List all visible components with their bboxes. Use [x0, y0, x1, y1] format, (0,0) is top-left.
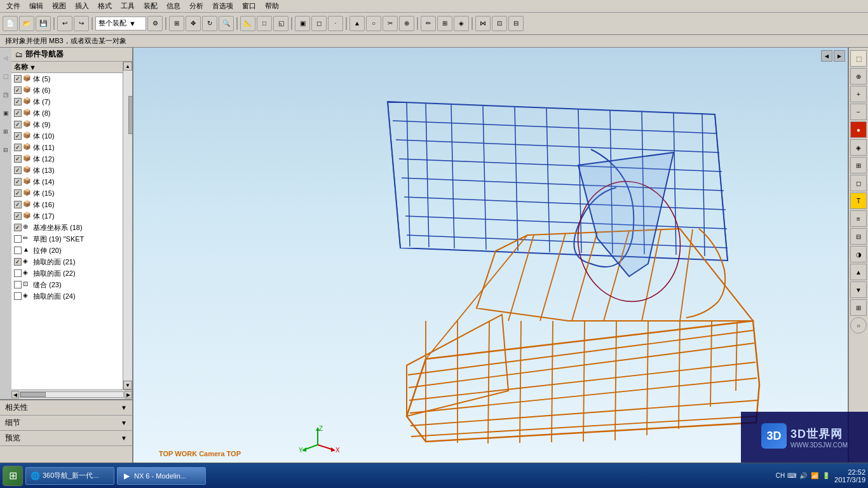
tb-save[interactable]: 💾	[36, 16, 51, 31]
panel-relevance[interactable]: 相关性 ▼	[0, 400, 132, 416]
tb-new[interactable]: 📄	[3, 16, 18, 31]
side-icon-5[interactable]: ⊞	[1, 123, 11, 140]
tb-undo[interactable]: ↩	[57, 16, 72, 31]
menu-analyze[interactable]: 分析	[186, 1, 207, 11]
rt-zoom-out[interactable]: −	[850, 104, 867, 120]
tb-offset[interactable]: ⊟	[508, 16, 524, 31]
nav-item[interactable]: ⊡缝合 (23)	[11, 279, 123, 290]
rt-nav-dn[interactable]: ▼	[850, 281, 867, 298]
nav-item[interactable]: ✓📦体 (6)	[11, 85, 123, 96]
rt-nav-up[interactable]: ▲	[850, 264, 867, 280]
assembly-dropdown[interactable]: 整个装配 ▼	[95, 17, 146, 30]
nav-item[interactable]: ✓◈抽取的面 (21)	[11, 256, 123, 268]
tb-filter[interactable]: ⚙	[147, 16, 163, 31]
nav-item[interactable]: ✓⊕基准坐标系 (18)	[11, 222, 123, 233]
menu-tools[interactable]: 工具	[117, 1, 139, 11]
menu-format[interactable]: 格式	[94, 1, 116, 11]
rt-red-btn[interactable]: ●	[850, 121, 867, 138]
taskbar-app-nx[interactable]: ▶ NX 6 - Modelin...	[117, 467, 206, 485]
tb-datum[interactable]: ⊞	[437, 16, 452, 31]
tray-net[interactable]: 📶	[810, 471, 819, 480]
tb-point[interactable]: ·	[328, 16, 343, 31]
nav-item[interactable]: ✓📦体 (17)	[11, 210, 123, 222]
tb-sew[interactable]: ⊡	[492, 16, 507, 31]
tb-view2[interactable]: ◱	[273, 16, 288, 31]
menu-view[interactable]: 视图	[48, 1, 70, 11]
nav-scroll-up[interactable]: ▲	[123, 62, 132, 71]
menu-edit[interactable]: 编辑	[25, 1, 47, 11]
tb-view1[interactable]: □	[257, 16, 272, 31]
rt-snap2[interactable]: ◻	[850, 175, 867, 191]
nav-scrollbar[interactable]: ▲ ▼	[123, 62, 132, 390]
tb-combine[interactable]: ⊕	[399, 16, 414, 31]
side-icon-4[interactable]: ▣	[1, 104, 11, 122]
rt-layers[interactable]: ≡	[850, 210, 867, 227]
nav-item[interactable]: ✓📦体 (11)	[11, 142, 123, 153]
menu-insert[interactable]: 插入	[71, 1, 93, 11]
tb-box[interactable]: ◻	[311, 16, 327, 31]
nav-item[interactable]: ✓📦体 (16)	[11, 199, 123, 210]
tb-face[interactable]: ◈	[454, 16, 469, 31]
nav-item[interactable]: ✏草图 (19) "SKET	[11, 233, 123, 245]
nav-item[interactable]: ✓📦体 (8)	[11, 107, 123, 119]
tb-cut[interactable]: ✂	[383, 16, 398, 31]
tb-snap[interactable]: ⊞	[169, 16, 184, 31]
tb-rotate[interactable]: ↻	[202, 16, 217, 31]
nav-hscroll-right[interactable]: ▶	[125, 391, 132, 398]
nav-item[interactable]: ✓📦体 (14)	[11, 176, 123, 187]
side-icon-3[interactable]: ◳	[1, 86, 11, 104]
rt-select[interactable]: ⬚	[850, 50, 867, 67]
nav-item[interactable]: ✓📦体 (13)	[11, 165, 123, 176]
rt-circle[interactable]: ○	[850, 317, 867, 334]
nav-item[interactable]: ◈抽取的面 (24)	[11, 290, 123, 302]
tb-revolve[interactable]: ○	[366, 16, 381, 31]
rt-zoom-in[interactable]: +	[850, 86, 867, 102]
nav-hscroll-thumb[interactable]	[20, 392, 46, 397]
menu-file[interactable]: 文件	[3, 1, 24, 11]
tb-sketch[interactable]: ✏	[421, 16, 436, 31]
tb-trim[interactable]: ⋈	[475, 16, 491, 31]
nav-item[interactable]: ✓📦体 (15)	[11, 187, 123, 199]
menu-assembly[interactable]: 装配	[140, 1, 161, 11]
side-icon-6[interactable]: ⊟	[1, 141, 11, 159]
nav-item[interactable]: ▲拉伸 (20)	[11, 245, 123, 256]
tb-move[interactable]: ✥	[186, 16, 201, 31]
menu-window[interactable]: 窗口	[238, 1, 260, 11]
nav-item[interactable]: ✓📦体 (10)	[11, 130, 123, 142]
menu-help[interactable]: 帮助	[261, 1, 283, 11]
nav-item[interactable]: ✓📦体 (5)	[11, 73, 123, 85]
panel-details[interactable]: 细节 ▼	[0, 416, 132, 431]
viewport-nav-forward[interactable]: ▶	[834, 50, 845, 62]
nav-item[interactable]: ✓📦体 (9)	[11, 119, 123, 130]
nav-scroll-thumb[interactable]	[128, 96, 132, 134]
rt-section[interactable]: ⊟	[850, 228, 867, 245]
rt-grid[interactable]: ⊞	[850, 157, 867, 173]
tb-extrude[interactable]: ▲	[349, 16, 365, 31]
rt-render[interactable]: ◑	[850, 246, 867, 262]
tb-select[interactable]: ▣	[295, 16, 310, 31]
rt-view3d[interactable]: ◈	[850, 139, 867, 156]
nav-item[interactable]: ✓📦体 (7)	[11, 96, 123, 107]
side-icon-2[interactable]: ⬚	[1, 67, 11, 85]
tb-measure[interactable]: 📐	[240, 16, 255, 31]
rt-orient[interactable]: ⊕	[850, 68, 867, 85]
tb-zoom[interactable]: 🔍	[219, 16, 234, 31]
panel-preview[interactable]: 预览 ▼	[0, 431, 132, 446]
menu-info[interactable]: 信息	[163, 1, 184, 11]
nav-item[interactable]: ◈抽取的面 (22)	[11, 268, 123, 279]
nav-scroll-down[interactable]: ▼	[123, 381, 132, 390]
tb-open[interactable]: 📂	[19, 16, 34, 31]
taskbar-app-browser[interactable]: 🌐 360导航_新一代...	[25, 467, 114, 485]
rt-yellow-btn[interactable]: T	[850, 193, 867, 209]
rt-export[interactable]: ⊞	[850, 299, 867, 316]
side-icon-1[interactable]: ◁	[1, 49, 11, 67]
start-button[interactable]: ⊞	[3, 466, 23, 486]
tray-vol[interactable]: 🔊	[799, 471, 808, 480]
nav-hscroll-left[interactable]: ◀	[11, 391, 19, 398]
nav-horizontal-scroll[interactable]: ◀ ▶	[11, 390, 132, 399]
menu-prefs[interactable]: 首选项	[208, 1, 237, 11]
tb-redo[interactable]: ↪	[74, 16, 89, 31]
viewport[interactable]: Z X Y TOP WORK Camera TOP ◀ ▶	[133, 48, 848, 463]
viewport-nav-back[interactable]: ◀	[821, 50, 832, 62]
nav-item[interactable]: ✓📦体 (12)	[11, 153, 123, 165]
